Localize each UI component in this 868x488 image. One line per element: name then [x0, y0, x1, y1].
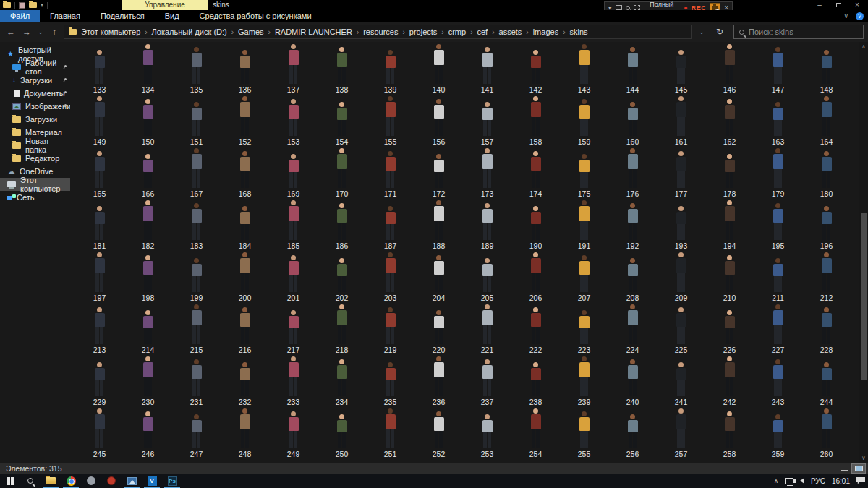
file-item[interactable]: 145 — [657, 43, 705, 95]
file-item[interactable]: 142 — [511, 43, 560, 95]
taskbar-app-photoshop[interactable]: Ps — [162, 474, 182, 488]
file-item[interactable]: 164 — [802, 95, 851, 147]
file-item[interactable]: 199 — [172, 252, 221, 304]
new-folder-icon[interactable] — [29, 2, 37, 8]
file-item[interactable]: 139 — [366, 43, 414, 95]
file-item[interactable]: 207 — [560, 252, 608, 304]
sidebar-item[interactable]: Сеть — [0, 191, 70, 204]
sidebar-item[interactable]: Редактор — [0, 152, 70, 165]
file-item[interactable]: 175 — [560, 147, 608, 200]
breadcrumb-segment[interactable]: cef — [477, 27, 488, 36]
sidebar-item[interactable]: Новая папка — [0, 139, 70, 152]
refresh-icon[interactable]: ↻ — [713, 27, 726, 37]
file-item[interactable]: 185 — [269, 200, 318, 252]
thumbnail-view-button[interactable] — [852, 464, 865, 473]
taskbar-search-button[interactable] — [20, 474, 41, 488]
file-item[interactable]: 241 — [657, 356, 705, 408]
file-item[interactable]: 144 — [608, 43, 657, 95]
file-item[interactable]: 239 — [560, 356, 608, 408]
details-view-button[interactable] — [838, 464, 851, 473]
file-item[interactable]: 228 — [802, 304, 851, 356]
file-item[interactable]: 219 — [366, 304, 414, 356]
file-item[interactable]: 196 — [802, 200, 851, 252]
file-item[interactable]: 250 — [318, 408, 366, 460]
tab-home[interactable]: Главная — [40, 10, 90, 22]
file-item[interactable]: 203 — [366, 252, 414, 304]
file-item[interactable]: 148 — [802, 43, 851, 95]
file-item[interactable]: 227 — [754, 304, 802, 356]
file-item[interactable]: 180 — [802, 147, 851, 200]
file-item[interactable]: 229 — [75, 356, 124, 408]
file-item[interactable]: 137 — [269, 43, 318, 95]
file-item[interactable]: 135 — [172, 43, 221, 95]
file-item[interactable]: 256 — [608, 408, 657, 460]
file-item[interactable]: 204 — [414, 252, 463, 304]
forward-button[interactable]: → — [20, 27, 33, 37]
sidebar-item[interactable]: Этот компьютер — [0, 178, 70, 191]
recorder-zoom-icon[interactable] — [626, 6, 630, 10]
sidebar-item[interactable]: Рабочий стол — [0, 61, 70, 74]
file-item[interactable]: 243 — [754, 356, 802, 408]
file-item[interactable]: 179 — [754, 147, 802, 200]
file-item[interactable]: 247 — [172, 408, 221, 460]
file-item[interactable]: 209 — [657, 252, 705, 304]
sidebar-item[interactable]: Загрузки — [0, 113, 70, 126]
file-item[interactable]: 186 — [318, 200, 366, 252]
search-box[interactable] — [733, 25, 864, 39]
file-item[interactable]: 251 — [366, 408, 414, 460]
breadcrumb-segment[interactable]: resources — [363, 27, 398, 36]
close-button[interactable]: × — [848, 0, 867, 10]
file-item[interactable]: 157 — [463, 95, 511, 147]
breadcrumb-segment[interactable]: skins — [569, 27, 587, 36]
search-input[interactable] — [749, 27, 850, 36]
file-item[interactable]: 215 — [172, 304, 221, 356]
help-icon[interactable]: ? — [856, 12, 864, 20]
file-item[interactable]: 205 — [463, 252, 511, 304]
file-item[interactable]: 249 — [269, 408, 318, 460]
address-bar[interactable]: Этот компьютер›Локальный диск (D:)›Games… — [64, 25, 692, 39]
file-item[interactable]: 193 — [657, 200, 705, 252]
clock[interactable]: 16:01 — [832, 477, 850, 485]
file-item[interactable]: 244 — [802, 356, 851, 408]
file-item[interactable]: 159 — [560, 95, 608, 147]
file-item[interactable]: 160 — [608, 95, 657, 147]
file-item[interactable]: 141 — [463, 43, 511, 95]
file-item[interactable]: 177 — [657, 147, 705, 200]
file-item[interactable]: 154 — [318, 95, 366, 147]
file-item[interactable]: 259 — [754, 408, 802, 460]
breadcrumb-segment[interactable]: Локальный диск (D:) — [152, 27, 227, 36]
file-item[interactable]: 217 — [269, 304, 318, 356]
file-item[interactable]: 182 — [124, 200, 172, 252]
sidebar-item[interactable]: Документы — [0, 87, 70, 100]
vertical-scrollbar[interactable]: ∧ ∨ — [859, 42, 868, 463]
file-item[interactable]: 232 — [221, 356, 269, 408]
file-item[interactable]: 136 — [221, 43, 269, 95]
file-item[interactable]: 191 — [560, 200, 608, 252]
file-item[interactable]: 211 — [754, 252, 802, 304]
file-item[interactable]: 222 — [511, 304, 560, 356]
file-item[interactable]: 134 — [124, 43, 172, 95]
taskbar-app-photos[interactable] — [122, 474, 142, 488]
maximize-button[interactable] — [829, 0, 848, 10]
hidden-icons-chevron[interactable]: ∧ — [774, 478, 778, 484]
tab-view[interactable]: Вид — [155, 10, 190, 22]
contextual-tab-header[interactable]: Управление — [122, 0, 208, 10]
minimize-button[interactable]: – — [810, 0, 829, 10]
file-item[interactable]: 168 — [221, 147, 269, 200]
customize-qat-chevron[interactable]: ▾ — [41, 1, 43, 9]
file-item[interactable]: 146 — [705, 43, 754, 95]
file-item[interactable]: 189 — [463, 200, 511, 252]
recorder-region-icon[interactable] — [634, 5, 640, 10]
scrollbar-thumb[interactable] — [861, 213, 867, 380]
file-item[interactable]: 221 — [463, 304, 511, 356]
file-item[interactable]: 147 — [754, 43, 802, 95]
language-indicator[interactable]: РУС — [811, 477, 825, 485]
file-item[interactable]: 248 — [221, 408, 269, 460]
file-item[interactable]: 161 — [657, 95, 705, 147]
taskbar-app-steam[interactable] — [81, 474, 101, 488]
tab-share[interactable]: Поделиться — [90, 10, 155, 22]
file-item[interactable]: 188 — [414, 200, 463, 252]
file-item[interactable]: 194 — [705, 200, 754, 252]
file-item[interactable]: 230 — [124, 356, 172, 408]
file-item[interactable]: 190 — [511, 200, 560, 252]
